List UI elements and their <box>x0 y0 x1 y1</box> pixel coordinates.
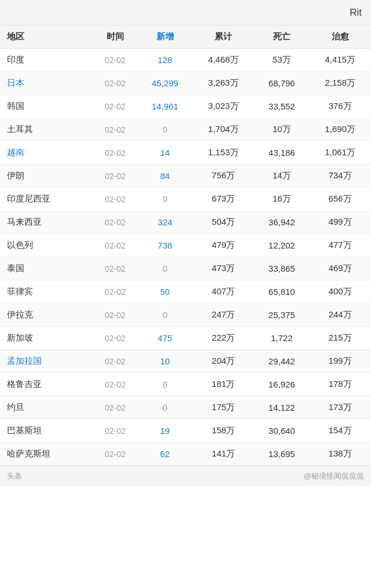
cell-time: 02-02 <box>93 327 137 350</box>
cell-region: 印度 <box>0 49 93 72</box>
cell-time: 02-02 <box>93 95 137 118</box>
cell-deaths: 16万 <box>254 188 310 211</box>
cell-deaths: 53万 <box>254 49 310 72</box>
cell-region: 伊拉克 <box>0 304 93 327</box>
cell-recovered: 138万 <box>309 443 371 466</box>
cell-region: 以色列 <box>0 234 93 257</box>
cell-time: 02-02 <box>93 49 137 72</box>
cell-recovered: 400万 <box>309 280 371 304</box>
header-row: 地区 时间 新增 累计 死亡 治愈 <box>0 25 371 49</box>
cell-time: 02-02 <box>93 234 137 257</box>
cell-deaths: 10万 <box>254 118 310 141</box>
table-row: 以色列02-02738479万12,202477万 <box>0 234 371 257</box>
cell-recovered: 656万 <box>309 188 371 211</box>
cell-recovered: 215万 <box>309 327 371 350</box>
cell-time: 02-02 <box>93 443 137 466</box>
cell-recovered: 1,061万 <box>309 141 371 165</box>
cell-recovered: 2,158万 <box>309 72 371 95</box>
cell-region: 约旦 <box>0 396 93 419</box>
table-row: 泰国02-020473万33,865469万 <box>0 257 371 280</box>
cell-total: 473万 <box>192 257 254 280</box>
cell-recovered: 499万 <box>309 211 371 234</box>
cell-total: 3,023万 <box>192 95 254 118</box>
cell-region[interactable]: 孟加拉国 <box>0 350 93 373</box>
cell-region[interactable]: 日本 <box>0 72 93 95</box>
header-time: 时间 <box>93 25 137 49</box>
footer-left: 头条 <box>7 471 22 481</box>
cell-deaths: 14万 <box>254 165 310 188</box>
header-total: 累计 <box>192 25 254 49</box>
cell-time: 02-02 <box>93 280 137 304</box>
cell-time: 02-02 <box>93 165 137 188</box>
table-row: 新加坡02-02475222万1,722215万 <box>0 327 371 350</box>
cell-recovered: 178万 <box>309 373 371 396</box>
table-row: 伊朗02-0284756万14万734万 <box>0 165 371 188</box>
cell-deaths: 33,552 <box>254 95 310 118</box>
cell-total: 1,153万 <box>192 141 254 165</box>
top-bar-right-text: Rit <box>350 7 362 19</box>
table-row: 格鲁吉亚02-020181万16,926178万 <box>0 373 371 396</box>
cell-new-cases: 10 <box>137 350 192 373</box>
cell-new-cases: 14,961 <box>137 95 192 118</box>
cell-region: 泰国 <box>0 257 93 280</box>
top-bar: Rit <box>0 0 371 25</box>
cell-recovered: 244万 <box>309 304 371 327</box>
table-row: 印度02-021284,468万53万4,415万 <box>0 49 371 72</box>
cell-recovered: 4,415万 <box>309 49 371 72</box>
cell-recovered: 734万 <box>309 165 371 188</box>
footer: 头条 @秘境怪闻侃侃侃 <box>0 466 371 486</box>
cell-total: 222万 <box>192 327 254 350</box>
cell-time: 02-02 <box>93 141 137 165</box>
cell-total: 479万 <box>192 234 254 257</box>
cell-new-cases: 0 <box>137 188 192 211</box>
cell-new-cases: 738 <box>137 234 192 257</box>
cell-total: 4,468万 <box>192 49 254 72</box>
cell-region: 印度尼西亚 <box>0 188 93 211</box>
cell-total: 181万 <box>192 373 254 396</box>
cell-deaths: 1,722 <box>254 327 310 350</box>
table-row: 巴基斯坦02-0219158万30,640154万 <box>0 419 371 443</box>
cell-time: 02-02 <box>93 373 137 396</box>
cell-total: 175万 <box>192 396 254 419</box>
cell-total: 407万 <box>192 280 254 304</box>
cell-region: 哈萨克斯坦 <box>0 443 93 466</box>
cell-total: 756万 <box>192 165 254 188</box>
table-row: 土耳其02-0201,704万10万1,690万 <box>0 118 371 141</box>
cell-deaths: 33,865 <box>254 257 310 280</box>
cell-time: 02-02 <box>93 118 137 141</box>
cell-time: 02-02 <box>93 396 137 419</box>
cell-recovered: 477万 <box>309 234 371 257</box>
cell-new-cases: 62 <box>137 443 192 466</box>
cell-new-cases: 14 <box>137 141 192 165</box>
cell-total: 141万 <box>192 443 254 466</box>
cell-deaths: 43,186 <box>254 141 310 165</box>
cell-region: 马来西亚 <box>0 211 93 234</box>
cell-deaths: 13,695 <box>254 443 310 466</box>
covid-table: 地区 时间 新增 累计 死亡 治愈 印度02-021284,468万53万4,4… <box>0 25 371 466</box>
cell-new-cases: 0 <box>137 304 192 327</box>
header-recovered: 治愈 <box>309 25 371 49</box>
cell-new-cases: 0 <box>137 396 192 419</box>
cell-total: 504万 <box>192 211 254 234</box>
cell-new-cases: 0 <box>137 118 192 141</box>
cell-total: 158万 <box>192 419 254 443</box>
cell-region: 土耳其 <box>0 118 93 141</box>
cell-new-cases: 45,299 <box>137 72 192 95</box>
cell-deaths: 14,122 <box>254 396 310 419</box>
table-row: 马来西亚02-02324504万36,942499万 <box>0 211 371 234</box>
cell-recovered: 469万 <box>309 257 371 280</box>
cell-deaths: 16,926 <box>254 373 310 396</box>
cell-new-cases: 324 <box>137 211 192 234</box>
cell-deaths: 29,442 <box>254 350 310 373</box>
table-row: 印度尼西亚02-020673万16万656万 <box>0 188 371 211</box>
cell-recovered: 376万 <box>309 95 371 118</box>
cell-time: 02-02 <box>93 304 137 327</box>
footer-right: @秘境怪闻侃侃侃 <box>304 471 364 481</box>
cell-region[interactable]: 越南 <box>0 141 93 165</box>
covid-table-container: 地区 时间 新增 累计 死亡 治愈 印度02-021284,468万53万4,4… <box>0 25 371 466</box>
table-row: 越南02-02141,153万43,1861,061万 <box>0 141 371 165</box>
table-row: 伊拉克02-020247万25,375244万 <box>0 304 371 327</box>
cell-total: 247万 <box>192 304 254 327</box>
cell-time: 02-02 <box>93 257 137 280</box>
cell-total: 673万 <box>192 188 254 211</box>
